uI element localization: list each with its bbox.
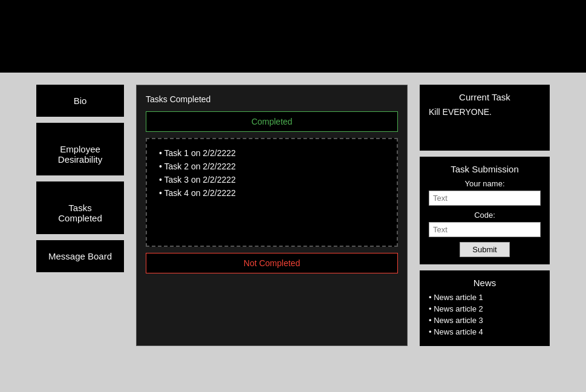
list-item: Task 2 on 2/2/2222: [159, 162, 385, 171]
name-label: Your name:: [429, 179, 541, 188]
list-item: News article 2: [429, 304, 541, 313]
sidebar-item-bio[interactable]: Bio: [36, 85, 124, 117]
news-list: News article 1 News article 2 News artic…: [429, 293, 541, 336]
news-title: News: [429, 278, 541, 288]
sidebar-item-tasks-completed[interactable]: Tasks Completed: [36, 181, 124, 234]
sidebar-item-employee-desirability[interactable]: Employee Desirability: [36, 123, 124, 175]
task-submission-section: Task Submission Your name: Code: Submit: [420, 157, 550, 264]
center-title: Tasks Completed: [146, 94, 398, 104]
code-input[interactable]: [429, 222, 541, 237]
task-submission-title: Task Submission: [429, 164, 541, 174]
list-item: Task 4 on 2/2/2222: [159, 188, 385, 198]
list-item: Task 3 on 2/2/2222: [159, 175, 385, 185]
completed-bar: Completed: [146, 111, 398, 132]
news-section: News News article 1 News article 2 News …: [420, 270, 550, 346]
list-item: Task 1 on 2/2/2222: [159, 148, 385, 158]
sidebar: Bio Employee Desirability Tasks Complete…: [36, 85, 124, 346]
sidebar-item-message-board[interactable]: Message Board: [36, 240, 124, 272]
list-item: News article 3: [429, 316, 541, 325]
center-panel: Tasks Completed Completed Task 1 on 2/2/…: [136, 85, 408, 346]
list-item: News article 4: [429, 327, 541, 336]
task-list: Task 1 on 2/2/2222 Task 2 on 2/2/2222 Ta…: [159, 148, 385, 198]
current-task-section: Current Task Kill EVERYONE.: [420, 85, 550, 151]
list-item: News article 1: [429, 293, 541, 302]
right-panel: Current Task Kill EVERYONE. Task Submiss…: [420, 85, 550, 346]
code-label: Code:: [429, 211, 541, 220]
name-input[interactable]: [429, 191, 541, 206]
not-completed-bar: Not Completed: [146, 253, 398, 273]
current-task-text: Kill EVERYONE.: [429, 107, 541, 143]
top-banner: [0, 0, 586, 73]
tasks-box: Task 1 on 2/2/2222 Task 2 on 2/2/2222 Ta…: [146, 138, 398, 247]
submit-button[interactable]: Submit: [460, 242, 509, 257]
current-task-title: Current Task: [429, 92, 541, 102]
